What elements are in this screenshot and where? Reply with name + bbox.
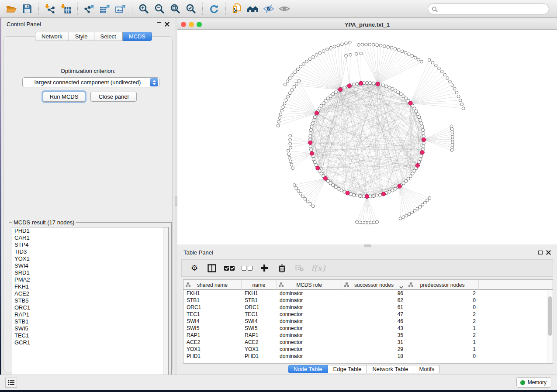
mcds-result-item[interactable]: STB5 xyxy=(12,297,168,304)
table-row[interactable]: TEC1TEC1connector472 xyxy=(183,311,553,318)
table-settings-button[interactable]: ⚙ xyxy=(189,262,200,274)
tab-network-table[interactable]: Network Table xyxy=(367,365,414,373)
show-all-nodes-button[interactable] xyxy=(245,2,261,16)
network-window-titlebar[interactable]: YPA_prune.txt_1 xyxy=(177,20,557,30)
close-panel-icon[interactable] xyxy=(165,22,170,27)
refresh-icon xyxy=(209,3,219,14)
table-row[interactable]: ORC1ORC1dominator610 xyxy=(183,304,553,311)
zoom-in-button[interactable] xyxy=(136,2,152,16)
mcds-result-item[interactable]: TEC1 xyxy=(12,332,168,339)
criterion-dropdown[interactable]: largest connected component (undirected) xyxy=(22,77,159,87)
search-field[interactable] xyxy=(428,3,549,14)
close-panel-button[interactable]: Close panel xyxy=(90,92,137,102)
open-folder-icon xyxy=(6,4,17,14)
table-row[interactable]: PHD1PHD1dominator180 xyxy=(183,353,553,360)
export-image-button[interactable] xyxy=(113,2,128,16)
search-input[interactable] xyxy=(438,5,549,14)
table-row[interactable]: STB1STB1dominator620 xyxy=(183,297,553,304)
workspace-area: YPA_prune.txt_1 Table Panel ⚙ xyxy=(177,18,557,375)
zoom-out-button[interactable] xyxy=(152,2,167,16)
table-cell: 2 xyxy=(406,332,479,339)
column-header-successor-nodes[interactable]: successor nodes xyxy=(342,280,406,290)
checked-box-icon xyxy=(230,266,235,271)
mcds-result-item[interactable]: SWI4 xyxy=(12,262,168,269)
delete-table-button[interactable] xyxy=(294,262,305,274)
table-cell: dominator xyxy=(277,290,342,297)
tab-node-table[interactable]: Node Table xyxy=(288,365,328,373)
task-history-button[interactable] xyxy=(5,378,17,388)
show-column-selector-button[interactable] xyxy=(206,262,218,274)
table-row[interactable]: SWI4SWI4dominator462 xyxy=(183,318,553,325)
column-header-shared-name[interactable]: shared name xyxy=(183,280,242,290)
select-all-columns-button[interactable] xyxy=(224,262,235,274)
table-cell: 0 xyxy=(406,297,479,304)
table-row[interactable]: RAP1RAP1dominator352 xyxy=(183,332,553,339)
mcds-result-item[interactable]: ACE2 xyxy=(12,290,168,297)
zoom-fit-button[interactable] xyxy=(167,2,183,16)
function-builder-button[interactable]: f(x) xyxy=(311,262,325,274)
tab-motifs[interactable]: Motifs xyxy=(414,365,440,373)
mcds-result-item[interactable]: GCR1 xyxy=(12,339,168,346)
mcds-result-item[interactable]: SWI5 xyxy=(12,325,168,332)
memory-button[interactable]: Memory xyxy=(516,377,551,388)
table-scrollbar-thumb[interactable] xyxy=(548,296,552,336)
table-cell: dominator xyxy=(277,297,342,304)
tab-edge-table[interactable]: Edge Table xyxy=(328,365,367,373)
optimization-criterion-label: Optimization criterion: xyxy=(4,68,172,74)
mcds-result-item[interactable]: RAP1 xyxy=(12,311,168,318)
mcds-result-item[interactable]: TID3 xyxy=(12,248,168,255)
mcds-result-item[interactable]: CAR1 xyxy=(12,234,168,241)
save-session-button[interactable] xyxy=(19,2,35,16)
toolbar-separator xyxy=(225,3,226,15)
table-row[interactable]: YOX1YOX1connector291 xyxy=(183,346,553,353)
toolbar-separator xyxy=(77,3,78,15)
mcds-list-scrollbar[interactable] xyxy=(163,227,168,382)
table-scrollbar[interactable] xyxy=(547,290,552,363)
clone-network-button[interactable] xyxy=(229,2,245,16)
table-row[interactable]: ACE2ACE2connector311 xyxy=(183,339,553,346)
tab-network[interactable]: Network xyxy=(35,32,69,41)
close-table-panel-icon[interactable] xyxy=(546,250,551,255)
mcds-result-item[interactable]: STP4 xyxy=(12,241,168,248)
run-mcds-button[interactable]: Run MCDS xyxy=(43,92,85,102)
deselect-all-columns-button[interactable] xyxy=(241,262,253,274)
float-table-panel-icon[interactable] xyxy=(538,251,543,254)
mcds-result-item[interactable]: STB1 xyxy=(12,318,168,325)
show-eye-button[interactable] xyxy=(277,2,292,16)
column-header-label: name xyxy=(252,282,265,288)
column-header-label: successor nodes xyxy=(354,282,394,288)
open-file-button[interactable] xyxy=(3,2,19,16)
network-view[interactable] xyxy=(177,30,557,244)
hide-selected-button[interactable] xyxy=(261,2,277,16)
import-table-button[interactable] xyxy=(58,2,74,16)
table-cell: connector xyxy=(277,339,342,346)
mcds-result-item[interactable]: FKH1 xyxy=(12,283,168,290)
table-row[interactable]: SWI5SWI5connector431 xyxy=(183,325,553,332)
tab-mcds[interactable]: MCDS xyxy=(123,32,152,41)
mcds-result-item[interactable]: YOX1 xyxy=(12,255,168,262)
mcds-result-item[interactable]: ORC1 xyxy=(12,304,168,311)
table-cell: PHD1 xyxy=(242,353,277,360)
export-table-button[interactable] xyxy=(97,2,113,16)
float-panel-icon[interactable] xyxy=(157,22,161,26)
export-network-button[interactable] xyxy=(81,2,97,16)
column-header-MCDS-role[interactable]: MCDS role xyxy=(277,280,342,290)
table-row[interactable]: FKH1FKH1dominator962 xyxy=(183,290,553,297)
tab-select[interactable]: Select xyxy=(94,32,123,41)
import-network-button[interactable] xyxy=(42,2,58,16)
zoom-selected-button[interactable] xyxy=(183,2,199,16)
table-body: FKH1FKH1dominator962STB1STB1dominator620… xyxy=(183,290,553,360)
table-cell: TEC1 xyxy=(242,311,277,318)
plus-icon xyxy=(260,264,268,272)
mcds-result-list[interactable]: PHD1CAR1STP4TID3YOX1SWI4SRD1PMA2FKH1ACE2… xyxy=(12,227,169,382)
mcds-result-item[interactable]: PMA2 xyxy=(12,276,168,283)
tab-style[interactable]: Style xyxy=(69,32,94,41)
mcds-result-item[interactable]: PHD1 xyxy=(12,227,168,234)
delete-column-button[interactable] xyxy=(276,262,287,274)
column-header-name[interactable]: name xyxy=(242,280,277,290)
table-cell: 1 xyxy=(406,339,479,346)
mcds-result-item[interactable]: SRD1 xyxy=(12,269,168,276)
column-header-predecessor-nodes[interactable]: predecessor nodes xyxy=(406,280,479,290)
apply-layout-button[interactable] xyxy=(206,2,222,16)
create-column-button[interactable] xyxy=(259,262,270,274)
